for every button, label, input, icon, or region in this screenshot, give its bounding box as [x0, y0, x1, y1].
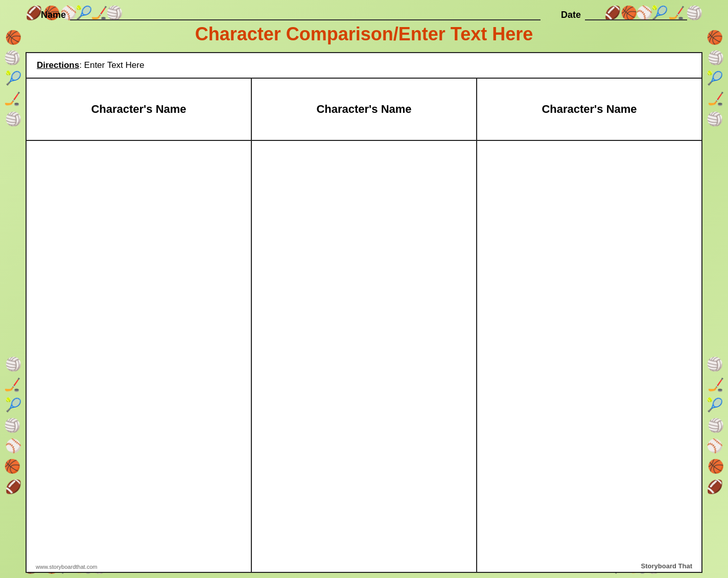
character-body-col-3[interactable]	[477, 141, 701, 572]
directions-label: Directions	[37, 60, 79, 70]
page-background: 🏈 🏀 ⚾ 🎾 🏒 🏐 🏐 🏒 🎾 ⚾ 🏀 🏈 🏀 🏐 🎾 🏒 🏐 🏐 🏒 🎾 …	[0, 0, 728, 578]
deco-left-11: 🏀	[4, 460, 20, 473]
deco-right-10: ⚾	[707, 439, 723, 452]
deco-left-5: 🏐	[5, 112, 21, 126]
table-header-row: Character's Name Character's Name Charac…	[27, 79, 701, 141]
deco-right-5: 🏐	[707, 112, 723, 126]
deco-left-7: 🏒	[4, 378, 20, 391]
character-name-1: Character's Name	[91, 103, 186, 116]
character-body-col-2[interactable]	[252, 141, 477, 572]
character-table: Character's Name Character's Name Charac…	[27, 79, 701, 572]
name-label: Name	[41, 10, 66, 20]
deco-right-11: 🏀	[708, 460, 724, 473]
name-line	[70, 9, 541, 20]
date-line	[585, 9, 687, 20]
brand-text: Storyboard That	[641, 562, 692, 570]
character-name-2: Character's Name	[316, 103, 411, 116]
directions-row: Directions: Enter Text Here	[27, 53, 701, 79]
character-col-3-header[interactable]: Character's Name	[477, 79, 701, 140]
page-title: Character Comparison/Enter Text Here	[195, 23, 533, 45]
deco-right-4: 🏒	[708, 92, 724, 105]
main-content: Directions: Enter Text Here Character's …	[26, 52, 702, 573]
deco-right-8: 🎾	[707, 398, 723, 412]
character-col-1-header[interactable]: Character's Name	[27, 79, 252, 140]
directions-text: : Enter Text Here	[79, 60, 144, 70]
footer-brand: Storyboard That	[641, 562, 692, 570]
deco-left-3: 🎾	[5, 71, 21, 85]
footer-watermark: www.storyboardthat.com	[36, 564, 97, 570]
character-body-col-1[interactable]	[27, 141, 252, 572]
deco-left-9: 🏐	[4, 419, 20, 432]
deco-left-6: 🏐	[5, 357, 21, 371]
character-name-3: Character's Name	[542, 103, 637, 116]
deco-right-9: 🏐	[708, 419, 724, 432]
deco-left-8: 🎾	[5, 398, 21, 412]
name-date-row: Name Date	[41, 9, 687, 20]
deco-right-6: 🏐	[707, 357, 723, 371]
deco-right-3: 🎾	[707, 71, 723, 85]
header: Name Date Character Comparison/Enter Tex…	[5, 5, 723, 52]
deco-right-12: 🏈	[707, 480, 723, 493]
date-field: Date	[561, 9, 687, 20]
deco-left-10: ⚾	[5, 439, 21, 452]
character-col-2-header[interactable]: Character's Name	[252, 79, 477, 140]
deco-left-2: 🏐	[4, 51, 20, 64]
deco-right-7: 🏒	[708, 378, 724, 391]
deco-right-2: 🏐	[708, 51, 724, 64]
name-field: Name	[41, 9, 541, 20]
deco-left-12: 🏈	[5, 480, 21, 493]
table-body-row	[27, 141, 701, 572]
watermark-text: www.storyboardthat.com	[36, 564, 97, 570]
deco-left-4: 🏒	[4, 92, 20, 105]
date-label: Date	[561, 10, 581, 20]
